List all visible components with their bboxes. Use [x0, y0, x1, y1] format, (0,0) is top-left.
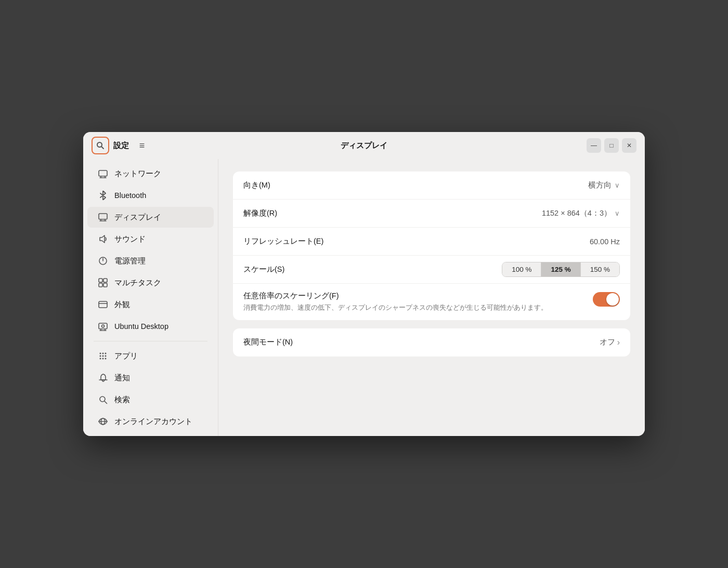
svg-rect-2 [99, 170, 107, 176]
arbitrary-scale-row: 任意倍率のスケーリング(F) 消費電力の増加、速度の低下、ディスプレイのシャープ… [233, 284, 630, 320]
notify-icon [98, 373, 108, 383]
orientation-value: 横方向 [588, 180, 612, 190]
sidebar-item-notify[interactable]: 通知 [87, 367, 214, 388]
content-title: ディスプレイ [341, 141, 387, 151]
orientation-value-container: 横方向 ∨ [588, 180, 620, 190]
resolution-label: 解像度(R) [243, 208, 542, 218]
arbitrary-scale-toggle[interactable] [593, 292, 620, 307]
minimize-button[interactable]: — [587, 138, 601, 153]
night-mode-value-container: オフ › [600, 337, 620, 347]
online-icon [98, 416, 108, 427]
sidebar-sound-label: サウンド [114, 234, 146, 244]
titlebar-left: 設定 ≡ [92, 137, 151, 154]
sidebar-network-label: ネットワーク [114, 169, 161, 179]
titlebar: 設定 ≡ ディスプレイ — □ ✕ [83, 132, 645, 159]
refresh-rate-row: リフレッシュレート(E) 60.00 Hz [233, 228, 630, 256]
apps-icon [98, 351, 108, 361]
display-card-main: 向き(M) 横方向 ∨ 解像度(R) 1152 × 864（4：3） ∨ [233, 171, 630, 320]
sidebar-search-label: 検索 [114, 395, 130, 405]
hamburger-menu-button[interactable]: ≡ [133, 137, 151, 154]
toggle-knob [606, 293, 619, 306]
svg-point-32 [105, 358, 107, 360]
svg-marker-10 [100, 235, 105, 243]
resolution-chevron: ∨ [615, 209, 620, 217]
svg-point-25 [102, 353, 104, 354]
appearance-icon [98, 299, 108, 310]
svg-point-29 [105, 355, 107, 357]
sidebar-power-label: 電源管理 [114, 256, 146, 266]
orientation-row[interactable]: 向き(M) 横方向 ∨ [233, 171, 630, 200]
scale-row: スケール(S) 100 % 125 % 150 % [233, 256, 630, 284]
scale-100-button[interactable]: 100 % [502, 262, 541, 276]
sidebar-item-sound[interactable]: サウンド [87, 229, 214, 249]
resolution-row[interactable]: 解像度(R) 1152 × 864（4：3） ∨ [233, 200, 630, 228]
sidebar-item-search[interactable]: 検索 [87, 389, 214, 410]
scale-125-button[interactable]: 125 % [541, 262, 580, 276]
sidebar-ubuntu-label: Ubuntu Desktop [114, 322, 168, 331]
network-icon [98, 168, 108, 179]
night-mode-label: 夜間モード(N) [243, 337, 600, 347]
refresh-rate-value: 60.00 Hz [590, 237, 620, 246]
svg-rect-16 [103, 283, 107, 287]
sidebar-apps-label: アプリ [114, 351, 138, 361]
resolution-value: 1152 × 864（4：3） [542, 208, 612, 218]
refresh-rate-value-container: 60.00 Hz [590, 237, 620, 246]
sidebar-divider [94, 341, 207, 341]
sidebar-appearance-label: 外観 [114, 300, 130, 310]
sidebar-item-online[interactable]: オンラインアカウント [87, 411, 214, 432]
search-sidebar-icon [98, 394, 108, 405]
arbitrary-scale-title: 任意倍率のスケーリング(F) [243, 291, 584, 301]
arbitrary-scale-description: 消費電力の増加、速度の低下、ディスプレイのシャープネスの喪失などが生じる可能性が… [243, 303, 584, 313]
sidebar-item-apps[interactable]: アプリ [87, 346, 214, 366]
sidebar: ネットワーク Bluetooth [83, 159, 218, 436]
svg-point-23 [102, 325, 105, 327]
sidebar-bluetooth-label: Bluetooth [114, 191, 146, 200]
sidebar-item-ubuntu[interactable]: Ubuntu Desktop [87, 316, 214, 337]
svg-line-1 [101, 147, 103, 149]
svg-point-28 [102, 355, 104, 357]
sidebar-online-label: オンラインアカウント [114, 417, 192, 427]
display-icon [98, 212, 108, 222]
arbitrary-scale-text: 任意倍率のスケーリング(F) 消費電力の増加、速度の低下、ディスプレイのシャープ… [243, 291, 584, 313]
sidebar-item-bluetooth[interactable]: Bluetooth [87, 185, 214, 206]
maximize-button[interactable]: □ [604, 138, 619, 153]
scale-150-button[interactable]: 150 % [581, 262, 619, 276]
scale-buttons: 100 % 125 % 150 % [502, 262, 620, 277]
orientation-label: 向き(M) [243, 180, 588, 190]
sidebar-display-label: ディスプレイ [114, 213, 161, 222]
sidebar-multitask-label: マルチタスク [114, 278, 161, 288]
refresh-rate-label: リフレッシュレート(E) [243, 236, 590, 246]
sound-icon [98, 234, 108, 244]
main-content: ネットワーク Bluetooth [83, 159, 645, 436]
sidebar-item-multitask[interactable]: マルチタスク [87, 272, 214, 293]
svg-point-31 [102, 358, 104, 360]
svg-rect-13 [99, 279, 102, 282]
content-pane: 向き(M) 横方向 ∨ 解像度(R) 1152 × 864（4：3） ∨ [218, 159, 645, 436]
multitask-icon [98, 278, 108, 288]
svg-point-24 [100, 353, 101, 354]
svg-point-26 [105, 353, 107, 354]
svg-point-27 [100, 355, 101, 357]
power-icon [98, 256, 108, 266]
svg-line-35 [105, 401, 107, 404]
close-button[interactable]: ✕ [622, 138, 636, 153]
svg-rect-19 [99, 323, 107, 329]
window-title: 設定 [113, 141, 129, 151]
ubuntu-icon [98, 321, 108, 332]
settings-window: 設定 ≡ ディスプレイ — □ ✕ ネットワーク [83, 132, 645, 436]
svg-point-30 [100, 358, 101, 360]
resolution-value-container: 1152 × 864（4：3） ∨ [542, 208, 620, 218]
svg-rect-17 [99, 301, 107, 308]
sidebar-item-appearance[interactable]: 外観 [87, 294, 214, 315]
night-mode-row[interactable]: 夜間モード(N) オフ › [233, 328, 630, 356]
night-mode-card: 夜間モード(N) オフ › [233, 328, 630, 356]
svg-rect-14 [103, 279, 107, 282]
window-controls: — □ ✕ [587, 138, 636, 153]
bluetooth-icon [98, 190, 108, 201]
search-button[interactable] [92, 137, 109, 154]
sidebar-item-network[interactable]: ネットワーク [87, 163, 214, 184]
sidebar-item-power[interactable]: 電源管理 [87, 250, 214, 271]
night-mode-value: オフ [600, 337, 615, 347]
sidebar-item-display[interactable]: ディスプレイ [87, 207, 214, 228]
orientation-chevron: ∨ [615, 181, 620, 189]
